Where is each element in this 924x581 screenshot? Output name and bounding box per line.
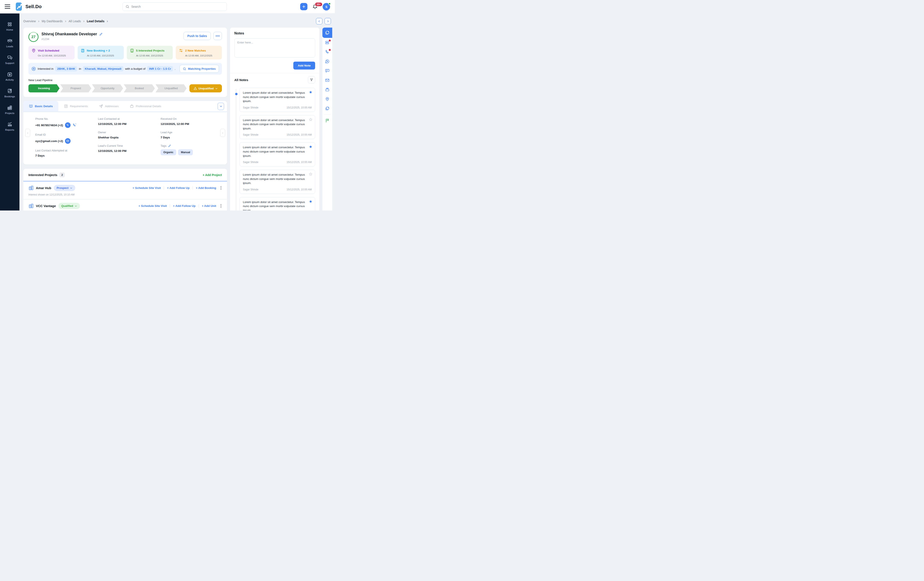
add-note-button[interactable]: Add Note: [293, 61, 315, 70]
sidebar-item-leads[interactable]: Leads: [0, 38, 20, 48]
add-follow-up-link[interactable]: + Add Follow Up: [164, 186, 193, 190]
interest-period: .: [175, 67, 175, 70]
status-card-visit-scheduled[interactable]: Visit Scheduled On 12:00 AM, 10/12/2025: [28, 46, 74, 60]
projects-count-badge: 2: [59, 172, 65, 177]
star-filled-icon[interactable]: [309, 200, 313, 204]
reports-chart-icon: [7, 122, 13, 127]
rail-documents-button[interactable]: [322, 104, 332, 113]
phone-icon: [66, 124, 69, 127]
map-pin-icon: [31, 48, 36, 53]
rail-email-button[interactable]: [322, 76, 332, 85]
breadcrumb-lead-details: Lead Details: [87, 19, 110, 23]
tab-professional-details[interactable]: Professional Details: [124, 101, 167, 111]
note-input[interactable]: [234, 38, 315, 58]
navigation-icon: [99, 104, 103, 108]
details-scroll-right-button[interactable]: ›: [220, 129, 225, 137]
lead-more-options-button[interactable]: [213, 32, 222, 40]
rail-notes-button[interactable]: [322, 28, 332, 38]
breadcrumb-overview[interactable]: Overview: [23, 19, 42, 23]
search-input[interactable]: [131, 5, 224, 8]
schedule-site-visit-link[interactable]: + Schedule Site Visit: [135, 204, 170, 207]
left-sidebar: Home Leads Support Activity Bookings Pro…: [0, 13, 20, 210]
email-button[interactable]: [65, 138, 71, 144]
project-stage-dropdown[interactable]: Qualified: [58, 203, 80, 209]
project-stage-dropdown[interactable]: Prospect: [54, 185, 76, 191]
tag-manual[interactable]: Manual: [178, 149, 193, 155]
home-grid-icon: [7, 22, 12, 27]
sidebar-item-activity[interactable]: Activity: [0, 72, 20, 81]
interest-locations-chip[interactable]: Kharadi, Wakad, Hinjewadi: [83, 66, 123, 71]
add-project-button[interactable]: + Add Project: [203, 173, 222, 177]
star-filled-icon[interactable]: [309, 90, 313, 94]
status-card-new-matches[interactable]: 2 New Matches At 12:00 AM, 10/12/2025: [176, 46, 222, 60]
status-card-new-booking[interactable]: New Booking + 2 At 12:00 AM, 10/12/2025: [78, 46, 124, 60]
pipeline-stage-incoming[interactable]: Incoming: [28, 84, 59, 93]
sidebar-item-projects[interactable]: Projects: [0, 105, 20, 114]
expand-details-button[interactable]: [218, 103, 224, 110]
star-outline-icon[interactable]: [309, 172, 313, 176]
chevron-down-icon: [74, 205, 77, 207]
edit-lead-name-icon[interactable]: [99, 33, 102, 36]
breadcrumb: Overview My Dashboards All Leads Lead De…: [23, 18, 332, 25]
field-owner: Owner Shekhar Gupta: [98, 131, 154, 139]
tab-addresses[interactable]: Addresses: [93, 101, 124, 111]
schedule-site-visit-link[interactable]: + Schedule Site Visit: [130, 186, 164, 190]
rail-calls-button[interactable]: [322, 47, 332, 57]
sidebar-item-support[interactable]: Support: [0, 55, 20, 65]
sidebar-item-reports[interactable]: Reports: [0, 122, 20, 131]
note-timestamp: 15/12/2025, 10:00 AM: [287, 106, 312, 109]
quick-add-button[interactable]: [300, 3, 307, 10]
notifications-button[interactable]: 10+: [312, 4, 318, 10]
project-more-options-icon[interactable]: [220, 204, 222, 209]
sidebar-item-bookings[interactable]: Bookings: [0, 88, 20, 98]
pipeline-stage-booked[interactable]: Booked: [124, 84, 155, 93]
chevron-down-icon: [219, 104, 223, 108]
pipeline-stage-unqualified[interactable]: Unqualified: [155, 84, 186, 93]
interest-summary-banner: Interested in 2BHK, 3 BHK in Kharadi, Wa…: [28, 63, 222, 74]
user-avatar[interactable]: S: [323, 3, 330, 10]
breadcrumb-all-leads[interactable]: All Leads: [69, 19, 87, 23]
project-more-options-icon[interactable]: [220, 185, 222, 190]
interest-bhk-chip[interactable]: 2BHK, 3 BHK: [55, 66, 77, 71]
interested-projects-card: Interested Projects 2 + Add Project Amar…: [23, 169, 227, 210]
next-lead-button[interactable]: [325, 18, 331, 25]
add-phone-button[interactable]: [73, 123, 76, 127]
status-card-interested-projects[interactable]: 5 Interested Projects At 12:00 AM, 10/12…: [127, 46, 173, 60]
star-filled-icon[interactable]: [309, 145, 313, 149]
details-tabs: Basic Details Requirements Addresses: [23, 101, 227, 112]
rail-sms-button[interactable]: [322, 66, 332, 76]
add-unit-link[interactable]: + Add Unit: [199, 204, 219, 207]
rail-archive-button[interactable]: [322, 85, 332, 94]
tag-organic[interactable]: Organic: [160, 149, 176, 155]
rail-tasks-button[interactable]: [322, 38, 332, 47]
hamburger-menu-icon[interactable]: [5, 5, 10, 9]
note-card: Lorem ipsum dolor sit amet consectetur. …: [239, 88, 315, 112]
filter-notes-button[interactable]: [308, 76, 315, 83]
star-outline-icon[interactable]: [309, 118, 313, 121]
call-button[interactable]: [65, 122, 71, 128]
list-icon: [64, 104, 68, 108]
push-to-sales-button[interactable]: Push to Sales: [183, 32, 211, 40]
breadcrumb-my-dashboards[interactable]: My Dashboards: [42, 19, 69, 23]
field-received-on: Received On 12/10/2025, 12:00 PM: [160, 117, 217, 126]
note-author: Sagar Shinde: [243, 133, 259, 136]
details-scroll-left-button[interactable]: ‹: [25, 129, 30, 137]
global-search[interactable]: [122, 2, 227, 11]
rail-flag-button[interactable]: [322, 116, 332, 125]
notes-icon: [325, 30, 330, 35]
pipeline-stage-opportunity[interactable]: Opportunity: [92, 84, 123, 93]
tab-basic-details[interactable]: Basic Details: [23, 101, 58, 111]
edit-tags-icon[interactable]: [168, 144, 171, 147]
rail-whatsapp-button[interactable]: [322, 57, 332, 66]
brand-logo[interactable]: Sell.Do: [15, 2, 42, 11]
tab-requirements[interactable]: Requirements: [58, 101, 93, 111]
matching-properties-button[interactable]: Matching Properties: [180, 65, 219, 73]
sidebar-item-home[interactable]: Home: [0, 22, 20, 31]
prev-lead-button[interactable]: [316, 18, 322, 25]
rail-site-visit-button[interactable]: [322, 94, 332, 104]
pipeline-stage-propsect[interactable]: Propsect: [60, 84, 91, 93]
interest-budget-chip[interactable]: INR 1 Cr - 1.5 Cr: [147, 66, 173, 71]
current-status-dropdown[interactable]: Unqualified: [190, 84, 222, 93]
add-booking-link[interactable]: + Add Booking: [193, 186, 219, 190]
add-follow-up-link[interactable]: + Add Follow Up: [170, 204, 199, 207]
